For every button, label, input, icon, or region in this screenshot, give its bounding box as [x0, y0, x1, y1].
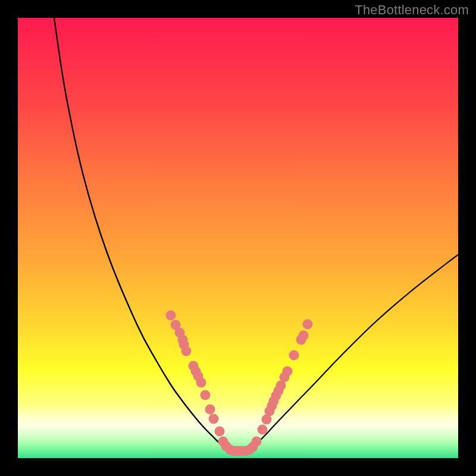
watermark-text: TheBottleneck.com — [355, 2, 469, 18]
svg-rect-0 — [18, 18, 458, 458]
plot-area — [18, 18, 458, 458]
background-gradient — [18, 18, 458, 458]
chart-frame: TheBottleneck.com — [0, 0, 476, 476]
